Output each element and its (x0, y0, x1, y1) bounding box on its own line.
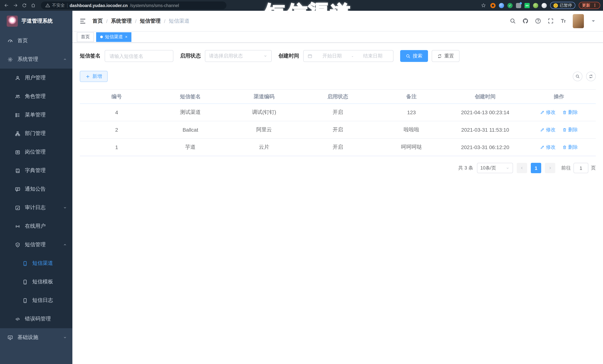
sidebar-item-sms-channel[interactable]: 短信渠道 (0, 254, 72, 273)
breadcrumb-separator: / (164, 18, 165, 24)
sidebar-item-home[interactable]: 首页 (0, 32, 72, 50)
extension-icon[interactable] (533, 3, 538, 8)
tab-home[interactable]: 首页 (77, 32, 94, 42)
sidebar-item-departments[interactable]: 部门管理 (0, 124, 72, 143)
sidebar-item-dict[interactable]: 字典管理 (0, 161, 72, 180)
user-avatar[interactable] (573, 14, 584, 28)
sidebar-item-users[interactable]: 用户管理 (0, 69, 72, 87)
filter-time-group: 创建时间 开始日期 - 结束日期 (278, 50, 394, 62)
extension-icon[interactable] (490, 3, 496, 8)
caret-down-icon[interactable] (590, 18, 596, 24)
sidebar-item-online-users[interactable]: 在线用户 (0, 217, 72, 235)
sidebar-item-label: 错误码管理 (25, 316, 51, 322)
address-bar[interactable]: 不安全 dashboard.yudao.iocoder.cn/system/sm… (41, 1, 226, 9)
extension-icon[interactable]: ✓ (507, 3, 513, 8)
start-date-input[interactable]: 开始日期 (315, 53, 349, 59)
edit-pencil-icon (540, 145, 544, 149)
cell-remark: 123 (375, 104, 448, 121)
phone-icon (22, 261, 28, 266)
trash-icon (562, 128, 567, 132)
bookmark-star-icon[interactable] (481, 2, 487, 8)
sidebar-item-error-codes[interactable]: 错误码管理 (0, 310, 72, 328)
sign-input[interactable] (105, 50, 173, 62)
page-unit-label: 页 (591, 165, 596, 171)
chevron-down-icon (263, 54, 268, 58)
browser-reload-button[interactable] (21, 2, 27, 9)
next-page-button[interactable] (545, 163, 555, 173)
breadcrumb-system[interactable]: 系统管理 (111, 18, 132, 24)
browser-forward-button[interactable] (12, 2, 19, 9)
sidebar-item-menus[interactable]: 菜单管理 (0, 106, 72, 124)
status-placeholder: 请选择启用状态 (209, 53, 243, 59)
col-actions: 操作 (522, 89, 596, 104)
sidebar-item-sms[interactable]: 短信管理 (0, 235, 72, 254)
profile-paused-badge[interactable]: ☺ 已暂停 (550, 2, 575, 9)
tab-label: 首页 (81, 34, 90, 40)
filter-form: 短信签名 启用状态 请选择启用状态 创建时间 (80, 50, 596, 62)
breadcrumb-sms[interactable]: 短信管理 (140, 18, 161, 24)
extension-icon[interactable] (516, 3, 521, 8)
sidebar-item-sms-template[interactable]: 短信模板 (0, 273, 72, 291)
cell-status: 开启 (301, 139, 374, 156)
edit-link[interactable]: 修改 (540, 126, 556, 133)
sms-channel-table: 编号 短信签名 渠道编码 启用状态 备注 创建时间 操作 4 测试渠道 (80, 89, 596, 156)
sidebar-item-posts[interactable]: 岗位管理 (0, 143, 72, 161)
browser-home-button[interactable] (30, 2, 36, 9)
sidebar-item-notice[interactable]: 通知公告 (0, 180, 72, 199)
browser-menu-icon[interactable]: ⋮ (593, 3, 597, 8)
extension-icon[interactable]: on (524, 3, 530, 8)
cell-id: 2 (80, 121, 153, 139)
hamburger-icon[interactable] (79, 17, 86, 25)
delete-link[interactable]: 删除 (562, 109, 578, 116)
extension-icon[interactable] (499, 3, 504, 8)
sidebar-item-sms-log[interactable]: 短信日志 (0, 291, 72, 310)
question-icon[interactable] (535, 18, 541, 24)
sidebar-item-roles[interactable]: 角色管理 (0, 87, 72, 106)
breadcrumb-home[interactable]: 首页 (93, 18, 103, 24)
prev-page-button[interactable] (517, 163, 527, 173)
delete-link[interactable]: 删除 (562, 144, 578, 151)
close-icon[interactable]: × (125, 35, 128, 39)
browser-back-button[interactable] (3, 2, 10, 9)
toggle-search-button[interactable] (573, 72, 582, 81)
trash-icon (562, 110, 567, 115)
status-select[interactable]: 请选择启用状态 (205, 50, 272, 62)
sidebar-item-audit-log[interactable]: 审计日志 (0, 199, 72, 217)
app-logo[interactable]: 芋道管理系统 (0, 11, 72, 32)
goto-page-input[interactable] (573, 163, 588, 173)
sidebar: 芋道管理系统 首页 系统管理 用户管理 角色管理 (0, 11, 72, 364)
reset-button[interactable]: 重置 (432, 50, 460, 62)
delete-link[interactable]: 删除 (562, 126, 578, 133)
font-size-icon[interactable] (560, 18, 567, 24)
end-date-input[interactable]: 结束日期 (356, 53, 389, 59)
sidebar-item-label: 菜单管理 (25, 112, 46, 118)
chevron-down-icon (63, 335, 67, 340)
menu-list-icon (15, 112, 20, 118)
calendar-icon (307, 53, 313, 59)
edit-link[interactable]: 修改 (540, 109, 556, 116)
refresh-table-button[interactable] (586, 72, 596, 81)
tab-sms-channel[interactable]: 短信渠道 × (96, 32, 132, 42)
github-icon[interactable] (522, 18, 529, 24)
system-submenu: 用户管理 角色管理 菜单管理 部门管理 岗位管理 (0, 69, 72, 328)
app-header: 首页 / 系统管理 / 短信管理 / 短信渠道 (72, 11, 603, 32)
search-icon[interactable] (510, 18, 516, 24)
date-range-picker[interactable]: 开始日期 - 结束日期 (303, 50, 394, 62)
browser-update-button[interactable]: 更新 ⋮ (579, 2, 600, 9)
extensions-puzzle-icon[interactable] (542, 3, 547, 8)
edit-link[interactable]: 修改 (540, 144, 556, 151)
sidebar-item-infrastructure[interactable]: 基础设施 (0, 328, 72, 347)
security-status[interactable]: 不安全 (45, 3, 65, 8)
refresh-icon (437, 54, 442, 58)
cell-sign: 测试渠道 (153, 104, 227, 121)
page-size-select[interactable]: 10条/页 (477, 163, 513, 173)
add-button[interactable]: 新增 (80, 71, 108, 82)
search-button[interactable]: 搜索 (400, 50, 428, 62)
fullscreen-icon[interactable] (547, 18, 554, 24)
logo-image (7, 16, 18, 27)
sidebar-item-system[interactable]: 系统管理 (0, 50, 72, 69)
sidebar-item-label: 短信模板 (32, 278, 53, 285)
cell-code: 阿里云 (227, 121, 301, 139)
page-1-button[interactable]: 1 (531, 163, 541, 173)
col-id: 编号 (80, 89, 153, 104)
